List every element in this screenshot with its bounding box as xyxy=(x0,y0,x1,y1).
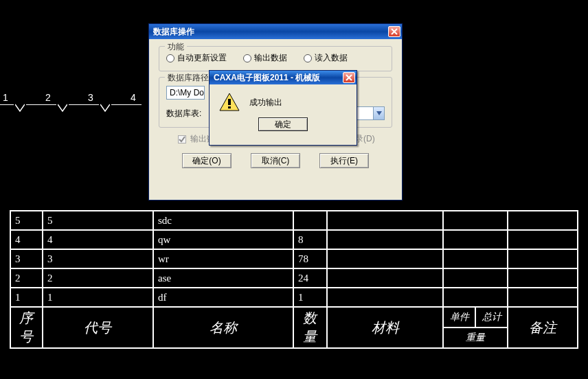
radio-import[interactable]: 读入数据 xyxy=(304,52,348,64)
cell-n: 3 xyxy=(10,249,43,268)
path-input[interactable]: D:\My Do xyxy=(166,86,205,100)
cell-qty: 1 xyxy=(293,288,327,307)
cell-mat xyxy=(327,288,443,307)
svg-rect-0 xyxy=(228,99,231,105)
cell-name: ase xyxy=(153,268,293,288)
alert-titlebar[interactable]: CAXA电子图板2011 - 机械版 xyxy=(210,71,357,84)
cell-n: 2 xyxy=(10,268,43,288)
cell-note xyxy=(508,230,578,249)
dimension-marks: 1 2 3 4 xyxy=(0,92,144,119)
cell-qty xyxy=(293,211,327,230)
cell-n: 1 xyxy=(10,288,43,307)
alert-message: 成功输出 xyxy=(249,97,282,108)
alert-close-icon[interactable] xyxy=(343,72,355,83)
hdr-note: 备注 xyxy=(508,307,578,348)
hdr-qty: 数量 xyxy=(293,307,327,348)
parts-table: 55sdc44qw833wr7822ase2411df1 序号 代号 名称 数量… xyxy=(10,210,578,349)
cell-note xyxy=(508,211,578,230)
table-label: 数据库表: xyxy=(166,108,201,119)
cell-weight xyxy=(443,288,508,307)
alert-dialog: CAXA电子图板2011 - 机械版 成功输出 确定 xyxy=(209,70,357,146)
cell-mat xyxy=(327,230,443,249)
warning-icon xyxy=(219,93,240,112)
hdr-name: 名称 xyxy=(153,307,293,348)
cell-code: 3 xyxy=(43,249,153,268)
ok-button[interactable]: 确定(O) xyxy=(182,153,231,168)
dim-3: 3 xyxy=(88,92,93,103)
path-legend: 数据库路径 xyxy=(165,72,212,84)
hdr-seq: 序号 xyxy=(10,307,43,348)
cell-note xyxy=(508,288,578,307)
cell-weight xyxy=(443,249,508,268)
dim-2: 2 xyxy=(45,92,51,103)
cell-mat xyxy=(327,268,443,288)
cell-name: df xyxy=(153,288,293,307)
cell-code: 4 xyxy=(43,230,153,249)
cell-name: wr xyxy=(153,249,293,268)
close-icon[interactable] xyxy=(388,26,400,37)
function-legend: 功能 xyxy=(165,41,187,53)
checkbox-icon xyxy=(178,135,186,143)
cell-mat xyxy=(327,249,443,268)
svg-rect-1 xyxy=(228,106,231,108)
execute-button[interactable]: 执行(E) xyxy=(319,153,369,168)
cell-name: sdc xyxy=(153,211,293,230)
radio-auto-update[interactable]: 自动更新设置 xyxy=(166,52,227,64)
dim-4: 4 xyxy=(131,92,136,103)
cancel-button[interactable]: 取消(C) xyxy=(251,153,300,168)
cell-code: 1 xyxy=(43,288,153,307)
hdr-unit: 单件 xyxy=(443,307,475,328)
cell-qty: 24 xyxy=(293,268,327,288)
hdr-total: 总计 xyxy=(475,307,508,328)
cell-n: 4 xyxy=(10,230,43,249)
alert-title: CAXA电子图板2011 - 机械版 xyxy=(214,72,343,84)
function-group: 功能 自动更新设置 输出数据 读入数据 xyxy=(159,46,392,71)
cell-mat xyxy=(327,211,443,230)
cell-weight xyxy=(443,211,508,230)
chevron-down-icon[interactable] xyxy=(373,107,384,119)
cell-note xyxy=(508,249,578,268)
cell-name: qw xyxy=(153,230,293,249)
hdr-mat: 材料 xyxy=(327,307,443,348)
cell-note xyxy=(508,268,578,288)
dialog-title: 数据库操作 xyxy=(153,26,388,38)
hdr-code: 代号 xyxy=(43,307,153,348)
cell-n: 5 xyxy=(10,211,43,230)
alert-ok-button[interactable]: 确定 xyxy=(258,117,308,131)
hdr-weight: 重量 xyxy=(443,328,508,348)
dim-1: 1 xyxy=(3,92,8,103)
cell-weight xyxy=(443,268,508,288)
cell-code: 2 xyxy=(43,268,153,288)
radio-export[interactable]: 输出数据 xyxy=(243,52,287,64)
cell-code: 5 xyxy=(43,211,153,230)
cell-qty: 8 xyxy=(293,230,327,249)
cell-qty: 78 xyxy=(293,249,327,268)
dialog-titlebar[interactable]: 数据库操作 xyxy=(149,24,402,39)
cell-weight xyxy=(443,230,508,249)
